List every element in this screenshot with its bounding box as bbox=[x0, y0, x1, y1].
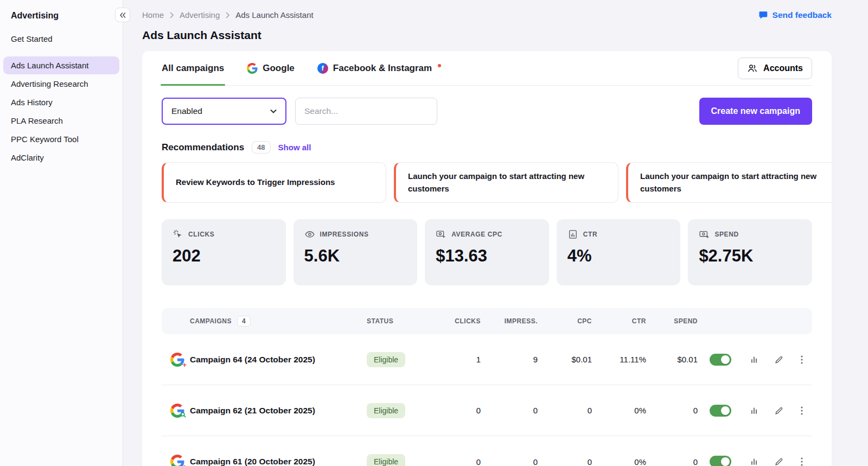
tab-label: Facebook & Instagram bbox=[333, 63, 432, 74]
edit-icon[interactable] bbox=[774, 457, 784, 466]
magnifier-badge-icon bbox=[180, 412, 187, 419]
campaign-enabled-toggle[interactable] bbox=[710, 405, 731, 417]
google-ads-icon: + bbox=[170, 455, 184, 466]
main-content: Home Advertising Ads Launch Assistant Se… bbox=[123, 0, 868, 466]
sidebar-item-advertising-research[interactable]: Advertising Research bbox=[3, 75, 119, 93]
tab-facebook-instagram[interactable]: f Facebook & Instagram bbox=[317, 51, 441, 85]
metric-impressions: IMPRESSIONS 5.6K bbox=[293, 219, 418, 285]
breadcrumb-advertising[interactable]: Advertising bbox=[180, 10, 220, 20]
impressions-value: 9 bbox=[533, 355, 538, 364]
metric-clicks: CLICKS 202 bbox=[162, 219, 286, 285]
recommendation-text: Review Keywords to Trigger Impressions bbox=[176, 176, 335, 189]
header-spend: SPEND bbox=[674, 317, 698, 325]
plus-badge-icon: + bbox=[182, 361, 187, 368]
search-input[interactable] bbox=[304, 106, 428, 116]
plus-badge-icon: + bbox=[182, 463, 187, 466]
spend-icon bbox=[699, 229, 710, 240]
status-badge: Eligible bbox=[367, 403, 405, 418]
status-badge: Eligible bbox=[367, 454, 405, 466]
sidebar-item-label: PPC Keyword Tool bbox=[11, 135, 79, 144]
stats-icon[interactable] bbox=[750, 406, 759, 415]
edit-icon[interactable] bbox=[774, 355, 784, 365]
campaign-name: Campaign 64 (24 October 2025) bbox=[190, 355, 367, 365]
tab-google[interactable]: Google bbox=[247, 51, 295, 85]
sidebar-item-label: Get Started bbox=[11, 34, 53, 43]
stats-icon[interactable] bbox=[750, 355, 759, 364]
header-campaigns: CAMPAIGNS bbox=[190, 317, 232, 325]
sidebar-item-ads-history[interactable]: Ads History bbox=[3, 93, 119, 111]
sidebar-item-adclarity[interactable]: AdClarity bbox=[3, 149, 119, 167]
tab-all-campaigns[interactable]: All campaigns bbox=[162, 51, 224, 85]
people-icon bbox=[747, 63, 758, 74]
sidebar: Advertising Get Started Ads Launch Assis… bbox=[0, 0, 123, 466]
eye-icon bbox=[304, 229, 315, 240]
show-all-link[interactable]: Show all bbox=[278, 143, 311, 152]
feedback-bubble-icon bbox=[758, 10, 768, 20]
campaign-name: Campaign 62 (21 October 2025) bbox=[190, 406, 367, 416]
table-row: + Campaign 61 (20 October 2025) Eligible… bbox=[162, 436, 812, 466]
controls-row: Enabled Create new campaign bbox=[162, 98, 812, 125]
edit-icon[interactable] bbox=[774, 406, 784, 416]
click-icon bbox=[173, 229, 183, 240]
accounts-button[interactable]: Accounts bbox=[738, 58, 812, 79]
sidebar-item-pla-research[interactable]: PLA Research bbox=[3, 112, 119, 130]
metrics-row: CLICKS 202 IMPRESSIONS 5.6K AVERAGE CPC … bbox=[162, 219, 812, 285]
clicks-value: 1 bbox=[476, 355, 481, 364]
sidebar-collapse-button[interactable] bbox=[115, 8, 130, 22]
recommendation-card[interactable]: Launch your campaign to start attracting… bbox=[626, 162, 832, 203]
cpc-icon bbox=[436, 229, 446, 240]
send-feedback-label: Send feedback bbox=[773, 10, 832, 20]
metric-average-cpc: AVERAGE CPC $13.63 bbox=[425, 219, 549, 285]
recommendation-text: Launch your campaign to start attracting… bbox=[408, 170, 606, 195]
ctr-value: 0% bbox=[634, 457, 646, 466]
sidebar-item-ads-launch-assistant[interactable]: Ads Launch Assistant bbox=[3, 56, 119, 74]
recommendation-cards: Review Keywords to Trigger Impressions L… bbox=[162, 162, 832, 203]
recommendation-text: Launch your campaign to start attracting… bbox=[640, 170, 832, 195]
kebab-menu-icon[interactable] bbox=[801, 355, 803, 364]
header-status: STATUS bbox=[367, 317, 432, 325]
breadcrumb-current: Ads Launch Assistant bbox=[235, 10, 313, 20]
ctr-value: 11.11% bbox=[620, 355, 646, 364]
topbar: Home Advertising Ads Launch Assistant Se… bbox=[142, 0, 832, 20]
header-cpc: CPC bbox=[577, 317, 592, 325]
metric-value: 5.6K bbox=[304, 246, 407, 266]
tab-bar: All campaigns Google f Facebook & Instag… bbox=[162, 51, 812, 86]
sidebar-item-get-started[interactable]: Get Started bbox=[3, 30, 119, 48]
spend-value: 0 bbox=[693, 457, 698, 466]
campaign-enabled-toggle[interactable] bbox=[710, 456, 731, 466]
status-badge: Eligible bbox=[367, 352, 405, 367]
recommendation-card[interactable]: Review Keywords to Trigger Impressions bbox=[162, 162, 386, 203]
table-row: Campaign 62 (21 October 2025) Eligible 0… bbox=[162, 385, 812, 436]
kebab-menu-icon[interactable] bbox=[801, 406, 803, 415]
notification-dot bbox=[438, 64, 441, 67]
ctr-value: 0% bbox=[634, 406, 646, 415]
campaign-enabled-toggle[interactable] bbox=[710, 354, 731, 366]
campaigns-table: CAMPAIGNS 4 STATUS CLICKS IMPRESS. CPC C… bbox=[162, 308, 812, 466]
header-clicks: CLICKS bbox=[455, 317, 481, 325]
status-filter-select[interactable]: Enabled bbox=[162, 98, 286, 125]
sidebar-item-label: PLA Research bbox=[11, 116, 63, 125]
metric-label: CLICKS bbox=[188, 231, 214, 238]
impressions-value: 0 bbox=[533, 457, 538, 466]
metric-spend: SPEND $2.75K bbox=[688, 219, 812, 285]
spend-value: $0.01 bbox=[677, 355, 698, 364]
breadcrumb-home[interactable]: Home bbox=[142, 10, 164, 20]
metric-value: $2.75K bbox=[699, 246, 801, 266]
sidebar-item-ppc-keyword-tool[interactable]: PPC Keyword Tool bbox=[3, 130, 119, 148]
sidebar-item-label: Advertising Research bbox=[11, 79, 88, 88]
search-box bbox=[295, 98, 437, 125]
sidebar-item-label: Ads History bbox=[11, 98, 53, 107]
chevron-right-icon bbox=[169, 12, 174, 18]
recommendations-header: Recommendations 48 Show all bbox=[162, 141, 812, 154]
kebab-menu-icon[interactable] bbox=[801, 457, 803, 466]
create-new-campaign-button[interactable]: Create new campaign bbox=[699, 98, 813, 125]
table-row: + Campaign 64 (24 October 2025) Eligible… bbox=[162, 334, 812, 385]
cpc-value: 0 bbox=[588, 457, 592, 466]
send-feedback-link[interactable]: Send feedback bbox=[758, 10, 832, 20]
double-chevron-left-icon bbox=[119, 12, 126, 18]
stats-icon[interactable] bbox=[750, 457, 759, 466]
campaigns-count-badge: 4 bbox=[237, 316, 251, 327]
recommendation-card[interactable]: Launch your campaign to start attracting… bbox=[394, 162, 618, 203]
metric-label: IMPRESSIONS bbox=[320, 231, 369, 238]
breadcrumb: Home Advertising Ads Launch Assistant bbox=[142, 10, 314, 20]
